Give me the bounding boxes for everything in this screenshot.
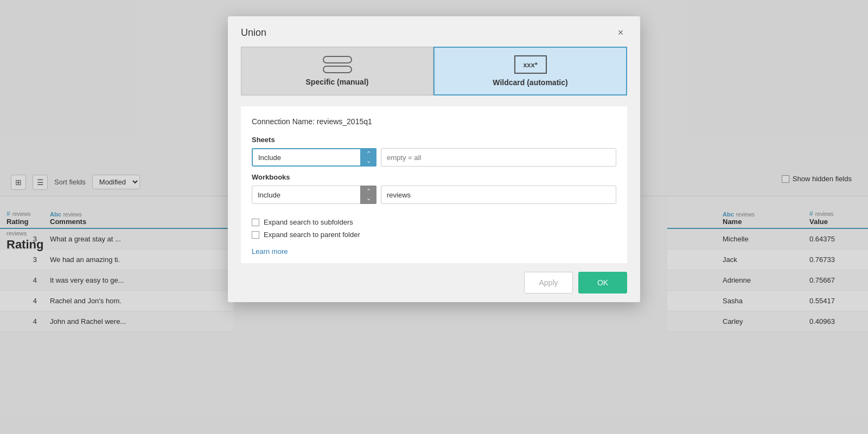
workbooks-include-select[interactable]: Include	[252, 186, 376, 204]
specific-icon	[323, 56, 352, 73]
parent-folder-checkbox[interactable]	[252, 231, 259, 239]
ok-button[interactable]: OK	[578, 272, 627, 293]
learn-more-link[interactable]: Learn more	[252, 244, 288, 263]
subfolders-row[interactable]: Expand search to subfolders	[252, 218, 616, 226]
workbooks-select-wrap: Include ⌃⌄	[252, 186, 376, 204]
subfolders-label: Expand search to subfolders	[264, 218, 353, 226]
modal-header: Union ×	[228, 16, 640, 47]
tab-specific[interactable]: Specific (manual)	[241, 47, 433, 95]
connection-name: Connection Name: reviews_2015q1	[252, 117, 616, 126]
sheets-filter-input[interactable]	[381, 148, 616, 167]
modal-content: Connection Name: reviews_2015q1 Sheets I…	[241, 106, 627, 263]
checkboxes-area: Expand search to subfolders Expand searc…	[252, 210, 616, 244]
modal-footer: Apply OK	[228, 263, 640, 302]
workbooks-filter-row: Include ⌃⌄	[252, 186, 616, 204]
tab-wildcard-label: Wildcard (automatic)	[493, 78, 567, 87]
modal-tabs: Specific (manual) xxx* Wildcard (automat…	[241, 47, 627, 95]
modal-overlay: Union × Specific (manual) xxx* Wildcard …	[0, 0, 868, 434]
workbooks-label: Workbooks	[252, 173, 616, 181]
subfolders-checkbox[interactable]	[252, 219, 259, 226]
tab-wildcard[interactable]: xxx* Wildcard (automatic)	[433, 47, 627, 95]
modal-title: Union	[241, 27, 266, 39]
union-modal: Union × Specific (manual) xxx* Wildcard …	[228, 16, 640, 302]
sheets-label: Sheets	[252, 136, 616, 144]
pill-icon-1	[323, 56, 352, 63]
sheets-filter-row: Include ⌃⌄	[252, 148, 616, 167]
sheets-select-wrap: Include ⌃⌄	[252, 148, 376, 167]
workbooks-filter-input[interactable]	[381, 186, 616, 204]
pill-icon-2	[323, 66, 352, 73]
tab-specific-label: Specific (manual)	[306, 78, 369, 86]
parent-folder-row[interactable]: Expand search to parent folder	[252, 231, 616, 239]
close-button[interactable]: ×	[614, 26, 627, 39]
apply-button[interactable]: Apply	[524, 272, 573, 293]
parent-folder-label: Expand search to parent folder	[264, 231, 360, 239]
wildcard-icon: xxx*	[514, 55, 547, 74]
sheets-include-select[interactable]: Include	[252, 148, 376, 167]
